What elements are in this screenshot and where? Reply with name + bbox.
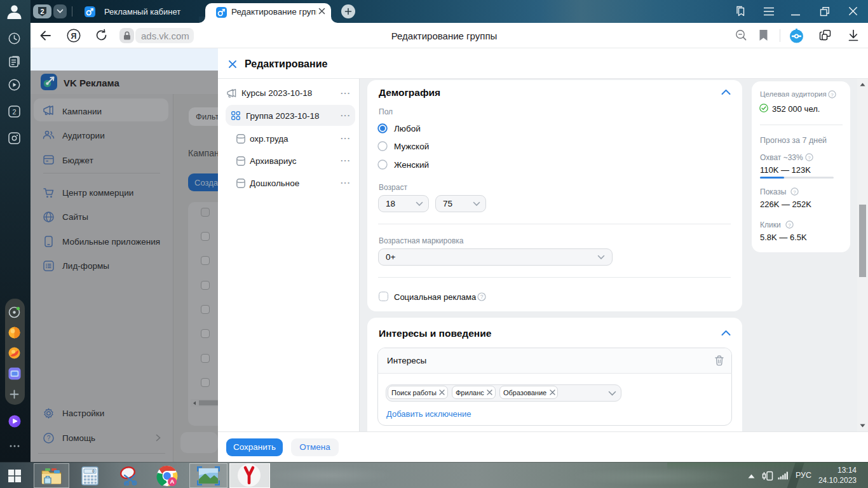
svg-text:?: ? bbox=[47, 435, 51, 442]
svg-text:?: ? bbox=[788, 222, 791, 228]
svg-text:2: 2 bbox=[12, 108, 16, 116]
svg-text:0: 0 bbox=[92, 470, 95, 474]
svg-text:?: ? bbox=[808, 155, 811, 161]
svg-text:?: ? bbox=[793, 189, 796, 195]
svg-text:?: ? bbox=[480, 294, 484, 300]
svg-text:?: ? bbox=[831, 92, 834, 98]
svg-text:Я: Я bbox=[71, 32, 77, 41]
svg-text:2: 2 bbox=[40, 8, 44, 15]
svg-text:A: A bbox=[170, 478, 175, 485]
